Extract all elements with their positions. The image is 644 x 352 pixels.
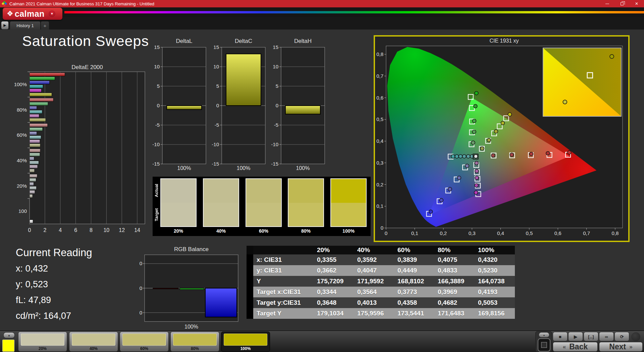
- table-cell: 0,5053: [475, 297, 515, 308]
- cie-measured-marker: [480, 146, 484, 150]
- main-area: Saturation Sweeps DeltaE 200002468101214…: [0, 30, 644, 331]
- deltae-bar: [30, 165, 38, 168]
- minimize-button[interactable]: [600, 0, 614, 7]
- axis-label: DeltaH: [294, 38, 312, 44]
- axis-label: 5: [276, 83, 278, 89]
- stop-measure-button[interactable]: [538, 338, 550, 352]
- axis-label: 6: [74, 227, 77, 233]
- target-swatch: [331, 203, 366, 227]
- continuous-button[interactable]: ∞: [599, 332, 614, 341]
- pattern-tile-60[interactable]: 60%: [120, 332, 169, 352]
- calman-diamond-icon: ❖: [7, 9, 13, 18]
- axis-label: DeltaE 2000: [71, 64, 103, 70]
- single-measure-button[interactable]: [‥]: [584, 332, 598, 341]
- axis-label: 0: [276, 103, 278, 108]
- cie-measured-marker: [474, 155, 478, 158]
- target-swatch: [204, 203, 238, 227]
- axis-label: 8: [90, 227, 93, 233]
- swatch-column-label: 80%: [288, 228, 324, 234]
- axis-label: 60%: [17, 132, 27, 138]
- calman-logo-menu[interactable]: ❖ calman ▼: [3, 8, 62, 20]
- table-cell: 166,3889: [434, 276, 475, 287]
- axis-label: 0,2: [440, 230, 447, 236]
- measurement-table: 20%40%60%80%100%x: CIE310,33550,35920,38…: [247, 246, 515, 319]
- axis-label: 4: [59, 227, 62, 233]
- axis-label: 100%: [177, 165, 191, 171]
- axis-label: 100%: [237, 165, 251, 171]
- cie-measured-marker: [467, 155, 470, 158]
- add-tab-button[interactable]: +: [41, 21, 49, 30]
- axis-label: 100%: [14, 81, 27, 87]
- table-cell: 179,1034: [314, 308, 354, 319]
- deltae-bar: [30, 139, 40, 143]
- pattern-up-button[interactable]: ▲: [3, 332, 15, 338]
- spectrum-divider: [64, 11, 644, 13]
- deltae-bar: [30, 186, 37, 190]
- swatch-compare-box: [330, 178, 367, 227]
- cie-measured-marker: [471, 141, 475, 144]
- stop-button[interactable]: ■: [553, 332, 568, 341]
- deltae-bar: [30, 85, 43, 88]
- pattern-tile-100[interactable]: 100%: [221, 332, 270, 352]
- axis-label: 0,8: [612, 230, 619, 236]
- table-row-label: Target Y: [253, 308, 314, 319]
- logo-row: ❖ calman ▼: [0, 7, 644, 17]
- current-reading-value: x: 0,432: [16, 263, 92, 274]
- next-button[interactable]: Next »: [599, 342, 643, 352]
- refresh-button[interactable]: ⟳: [614, 332, 629, 341]
- table-row: Target y:CIE310,36480,40130,43580,46820,…: [253, 297, 515, 308]
- cie-measured-marker: [472, 130, 476, 134]
- cie-1931-chart: CIE 1931 xy000,10,10,20,20,30,30,40,40,5…: [375, 37, 628, 241]
- table-cell: 175,9596: [354, 308, 394, 319]
- cie-measured-marker: [568, 151, 571, 154]
- swatch-compare-box: [203, 178, 239, 227]
- axis-label: 15: [273, 44, 278, 50]
- cie-measured-marker: [494, 129, 498, 133]
- cie-measured-marker: [487, 138, 491, 142]
- restore-button[interactable]: [614, 0, 629, 7]
- table-cell: 0,3662: [314, 265, 354, 276]
- swatch-compare-box: [288, 178, 324, 227]
- close-button[interactable]: ✕: [629, 0, 644, 7]
- table-cell: 0,4358: [394, 297, 434, 308]
- current-reading-title: Current Reading: [16, 247, 92, 259]
- deltae-bar: [30, 143, 40, 147]
- deltae-bar: [30, 93, 52, 96]
- axis-label: -5: [155, 122, 160, 128]
- table-row-label: y: CIE31: [253, 265, 314, 276]
- pattern-tile-80[interactable]: 80%: [170, 332, 219, 352]
- pattern-swatch: [21, 334, 64, 346]
- deltae-bar: [30, 169, 35, 172]
- cluster-up-button[interactable]: ▲: [539, 333, 549, 337]
- table-cell: 175,7209: [314, 276, 354, 287]
- axis-label: 15: [213, 44, 219, 50]
- record-indicator: [631, 332, 640, 341]
- axis-label: -5: [274, 122, 278, 128]
- tab-bar: ▶ History 1 + X-Rite i1Pro 2 Direct View…: [0, 17, 644, 30]
- rgb-bar-red: [153, 288, 178, 289]
- cie-measured-marker: [475, 161, 478, 165]
- table-cell: 0,5230: [475, 265, 515, 276]
- target-swatch: [288, 203, 323, 227]
- pattern-swatch: [224, 334, 267, 346]
- axis-label: 10: [273, 64, 278, 69]
- play-button[interactable]: ▶: [568, 332, 583, 341]
- tab-history-1[interactable]: History 1: [10, 21, 41, 30]
- axis-label: 2: [43, 227, 46, 233]
- pattern-tile-40[interactable]: 40%: [69, 332, 118, 352]
- swatch-column-label: 40%: [203, 228, 239, 234]
- cie-measured-marker: [474, 104, 477, 108]
- cie-measured-marker: [429, 210, 433, 214]
- back-button[interactable]: « Back: [553, 342, 598, 352]
- axis-label: 100: [18, 208, 27, 214]
- tab-scroll-button[interactable]: ▶: [1, 21, 9, 30]
- table-cell: 169,8156: [475, 308, 515, 319]
- axis-label: 0,5: [376, 116, 383, 122]
- axis-label: -10: [212, 141, 219, 147]
- axis-label: 0,6: [554, 230, 561, 236]
- brand-name: calman: [15, 9, 45, 19]
- pattern-tile-20[interactable]: 20%: [18, 332, 67, 352]
- logo-menu-chevron-icon[interactable]: ▼: [49, 10, 55, 17]
- pattern-tile-label: 40%: [69, 346, 118, 351]
- table-cell: 173,5441: [394, 308, 434, 319]
